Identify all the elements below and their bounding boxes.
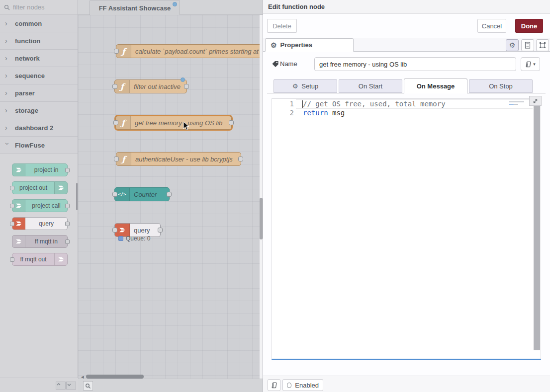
palette-expand-all-button[interactable] xyxy=(66,382,76,390)
gear-icon: ⚙ xyxy=(292,83,298,89)
palette-category-storage[interactable]: › storage xyxy=(0,102,78,119)
palette-scrollbar[interactable] xyxy=(76,183,78,210)
input-port[interactable] xyxy=(114,157,119,161)
properties-tab[interactable]: ⚙ Properties xyxy=(265,38,354,52)
name-label: Name xyxy=(280,60,297,68)
flow-canvas[interactable]: ƒ calculate `payload.count` primes start… xyxy=(78,15,263,379)
input-port[interactable] xyxy=(10,222,14,226)
name-form-row: Name ▾ xyxy=(263,57,550,71)
palette-flowfuse-nodes: project in project out project call xyxy=(0,154,78,378)
mouse-cursor xyxy=(183,121,190,131)
library-button[interactable] xyxy=(268,379,280,391)
palette-category-common[interactable]: › common xyxy=(0,15,78,32)
node-status: Queue: 0 xyxy=(118,235,150,242)
palette-node-label: project call xyxy=(25,200,67,212)
output-port[interactable] xyxy=(65,222,70,226)
horizontal-scroll-thumb[interactable] xyxy=(86,375,144,379)
tab-label: On Stop xyxy=(489,82,513,90)
input-port[interactable] xyxy=(112,192,117,197)
node-calculate-primes[interactable]: ƒ calculate `payload.count` primes start… xyxy=(116,44,263,58)
node-get-free-memory[interactable]: ƒ get free memory - using OS lib xyxy=(115,116,232,130)
category-label: function xyxy=(15,37,40,45)
edit-tray-tab-row: ⚙ Properties ⚙ xyxy=(263,38,550,52)
code-editor[interactable]: 1 // get OS free, used, total memory 2 r… xyxy=(272,98,541,360)
input-port[interactable] xyxy=(10,204,14,208)
tab-setup[interactable]: ⚙ Setup xyxy=(274,79,337,93)
flowfuse-icon xyxy=(12,164,25,176)
output-port[interactable] xyxy=(167,192,172,197)
search-flows-button[interactable] xyxy=(83,381,93,391)
document-icon xyxy=(525,42,531,49)
node-label: filter out inactive xyxy=(134,80,181,93)
input-port[interactable] xyxy=(113,120,118,125)
palette-node-label: project in xyxy=(25,164,67,176)
palette-filter-input[interactable] xyxy=(13,3,74,11)
editor-expand-button[interactable] xyxy=(529,96,542,106)
enabled-label: Enabled xyxy=(295,382,319,389)
palette-node-label: ff mqtt out xyxy=(12,253,54,265)
output-port[interactable] xyxy=(65,168,70,172)
category-label: network xyxy=(15,55,40,62)
cancel-button[interactable]: Cancel xyxy=(477,19,506,33)
edit-tray-footer: Enabled xyxy=(263,376,550,392)
palette-category-sequence[interactable]: › sequence xyxy=(0,67,78,84)
palette-category-flowfuse[interactable]: › FlowFuse xyxy=(0,137,78,154)
palette-node-ff-mqtt-in[interactable]: ff mqtt in xyxy=(12,235,68,248)
text-cursor xyxy=(302,100,303,108)
properties-view-button[interactable]: ⚙ xyxy=(506,39,519,51)
palette-collapse-all-button[interactable] xyxy=(56,382,66,390)
tab-on-stop[interactable]: On Stop xyxy=(469,79,533,93)
editor-scrollbar[interactable] xyxy=(534,106,540,350)
status-text: Queue: 0 xyxy=(126,235,150,242)
palette-category-function[interactable]: › function xyxy=(0,32,78,50)
code-keyword: return xyxy=(303,109,328,117)
book-icon xyxy=(271,382,277,389)
flow-tab[interactable]: FF Assistant Showcase xyxy=(90,0,180,15)
description-view-button[interactable] xyxy=(521,39,534,51)
output-port[interactable] xyxy=(65,239,70,244)
edit-tray-title: Edit function node xyxy=(268,3,325,10)
editor-minimap[interactable] xyxy=(509,100,530,107)
node-filter-out-inactive[interactable]: ƒ filter out inactive xyxy=(114,79,187,93)
output-port[interactable] xyxy=(229,120,234,125)
palette-category-parser[interactable]: › parser xyxy=(0,84,78,102)
appearance-icon xyxy=(539,42,546,49)
line-number: 2 xyxy=(272,108,294,117)
tab-on-start[interactable]: On Start xyxy=(339,79,402,93)
category-label: dashboard 2 xyxy=(15,124,53,132)
input-port[interactable] xyxy=(112,228,117,233)
input-port[interactable] xyxy=(114,49,119,54)
output-port[interactable] xyxy=(238,157,243,161)
palette-node-project-in[interactable]: project in xyxy=(12,163,68,176)
input-port[interactable] xyxy=(112,84,117,89)
enabled-toggle-button[interactable]: Enabled xyxy=(282,379,323,391)
palette-node-project-out[interactable]: project out xyxy=(12,181,68,194)
palette-footer xyxy=(0,378,78,392)
palette-category-network[interactable]: › network xyxy=(0,50,78,67)
node-palette: › common › function › network › sequence… xyxy=(0,0,78,392)
workspace: FF Assistant Showcase ƒ calculate `paylo… xyxy=(78,0,263,392)
delete-button[interactable]: Delete xyxy=(267,19,297,33)
node-red-editor: › common › function › network › sequence… xyxy=(0,0,550,392)
library-dropdown-button[interactable]: ▾ xyxy=(521,57,540,71)
done-button[interactable]: Done xyxy=(515,19,543,33)
palette-category-dashboard2[interactable]: › dashboard 2 xyxy=(0,119,78,137)
node-authenticate-user[interactable]: ƒ authenticateUser - use lib bcryptjs xyxy=(116,152,241,166)
code-arg: msg xyxy=(328,109,345,117)
palette-node-query[interactable]: query xyxy=(12,217,68,230)
appearance-view-button[interactable] xyxy=(536,39,549,51)
output-port[interactable] xyxy=(65,204,70,208)
code-line-text: return msg xyxy=(303,108,345,117)
input-port[interactable] xyxy=(10,257,14,262)
node-label: calculate `payload.count` primes startin… xyxy=(135,45,263,58)
output-port[interactable] xyxy=(184,84,189,89)
tab-on-message[interactable]: On Message xyxy=(404,78,467,93)
node-label: authenticateUser - use lib bcryptjs xyxy=(135,153,233,165)
node-counter[interactable]: </> Counter xyxy=(114,187,170,201)
palette-node-project-call[interactable]: project call xyxy=(12,199,68,212)
output-port[interactable] xyxy=(158,228,163,233)
input-port[interactable] xyxy=(10,186,14,190)
palette-node-ff-mqtt-out[interactable]: ff mqtt out xyxy=(12,253,68,266)
name-input[interactable] xyxy=(314,57,516,71)
properties-tab-label: Properties xyxy=(280,41,312,49)
